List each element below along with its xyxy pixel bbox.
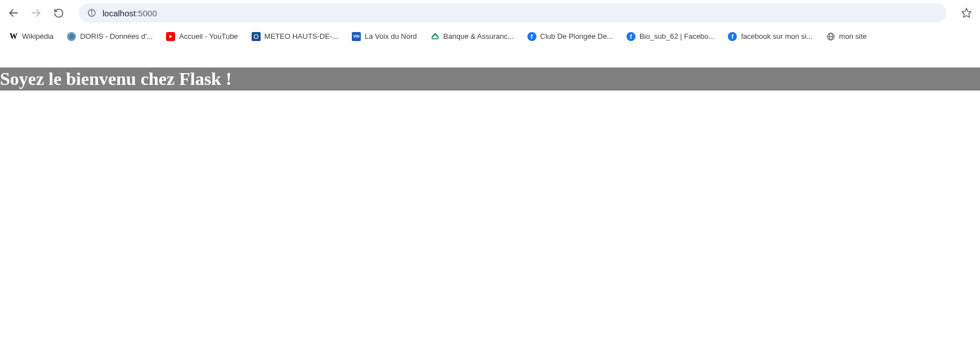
bookmark-label: La Voix du Nord [365,32,417,40]
doris-icon [67,32,76,41]
bookmark-label: METEO HAUTS-DE-... [265,32,338,40]
youtube-icon [166,32,175,41]
page-content: Soyez le bienvenu chez Flask ! [0,47,980,91]
bookmark-monsite[interactable]: mon site [822,30,871,43]
url-port: :5000 [136,8,157,18]
svg-point-7 [254,34,258,38]
meteo-icon [252,32,261,41]
bookmark-label: Wikipédia [22,32,53,40]
bookmark-meteo[interactable]: METEO HAUTS-DE-... [247,30,343,43]
facebook-icon: f [627,32,636,41]
svg-marker-6 [169,35,172,38]
forward-button[interactable] [27,4,45,22]
page-heading: Soyez le bienvenu chez Flask ! [0,67,980,91]
bookmark-label: mon site [839,32,867,40]
svg-marker-5 [962,8,972,17]
bookmark-label: Club De Plongée De... [540,32,613,40]
bookmarks-bar: W Wikipédia DORIS - Données d'... Accuei… [0,26,980,47]
browser-toolbar: localhost:5000 [0,0,980,26]
bookmark-wikipedia[interactable]: W Wikipédia [5,30,58,43]
facebook-icon: f [527,32,536,41]
bookmark-biosub[interactable]: f Bio_sub_62 | Facebo... [622,30,719,43]
reload-button[interactable] [50,4,68,22]
arrow-right-icon [30,7,42,19]
bookmark-club-plongee[interactable]: f Club De Plongée De... [523,30,617,43]
bookmark-label: facebook sur mon si... [741,32,812,40]
voix-icon: VN [352,32,361,41]
bookmark-label: DORIS - Données d'... [80,32,153,40]
globe-icon [826,32,835,41]
bookmark-label: Accueil - YouTube [179,32,238,40]
back-button[interactable] [5,4,23,22]
wikipedia-icon: W [9,32,18,41]
bookmark-facebook-site[interactable]: f facebook sur mon si... [723,30,817,43]
facebook-icon: f [728,32,737,41]
bookmark-voix[interactable]: VN La Voix du Nord [347,30,422,43]
bookmark-youtube[interactable]: Accueil - YouTube [162,30,242,43]
bookmark-label: Bio_sub_62 | Facebo... [639,32,714,40]
reload-icon [53,8,64,19]
bookmark-banque[interactable]: Banque & Assuranc... [426,30,518,43]
bookmark-star-button[interactable] [957,4,975,22]
banque-icon [431,32,440,41]
url-text: localhost:5000 [102,8,938,18]
site-info-icon[interactable] [87,8,97,18]
address-bar[interactable]: localhost:5000 [79,3,946,22]
star-icon [961,7,972,19]
arrow-left-icon [8,7,19,19]
bookmark-label: Banque & Assuranc... [444,32,514,40]
url-host: localhost [102,8,136,18]
bookmark-doris[interactable]: DORIS - Données d'... [62,30,157,43]
svg-point-4 [91,11,92,11]
